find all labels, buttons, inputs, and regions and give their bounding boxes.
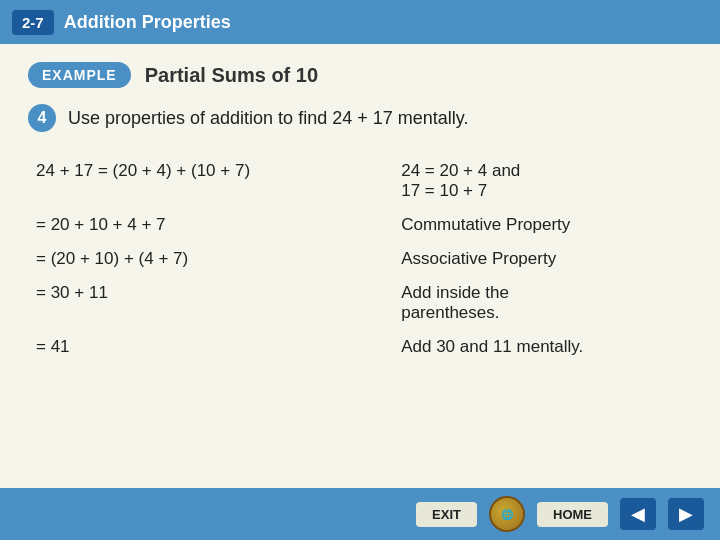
forward-button[interactable]: ▶ (668, 498, 704, 530)
table-row: = 41Add 30 and 11 mentally. (36, 330, 700, 364)
problem-text: Use properties of addition to find 24 + … (68, 108, 468, 129)
step-expression: 24 + 17 = (20 + 4) + (10 + 7) (36, 154, 401, 208)
top-bar: 2-7 Addition Properties (0, 0, 720, 44)
step-note: Associative Property (401, 242, 700, 276)
top-bar-title: Addition Properties (64, 12, 231, 33)
example-badge: EXAMPLE (28, 62, 131, 88)
example-title: Partial Sums of 10 (145, 64, 318, 87)
main-content: EXAMPLE Partial Sums of 10 4 Use propert… (0, 44, 720, 488)
example-section: EXAMPLE Partial Sums of 10 (28, 62, 692, 88)
problem-statement: 4 Use properties of addition to find 24 … (28, 104, 692, 132)
step-note: Add 30 and 11 mentally. (401, 330, 700, 364)
step-expression: = 20 + 10 + 4 + 7 (36, 208, 401, 242)
step-expression: = (20 + 10) + (4 + 7) (36, 242, 401, 276)
lesson-badge: 2-7 (12, 10, 54, 35)
step-note: Commutative Property (401, 208, 700, 242)
globe-icon: 🌐 (489, 496, 525, 532)
step-note: 24 = 20 + 4 and17 = 10 + 7 (401, 154, 700, 208)
table-row: = (20 + 10) + (4 + 7)Associative Propert… (36, 242, 700, 276)
step-expression: = 30 + 11 (36, 276, 401, 330)
home-button[interactable]: HOME (537, 502, 608, 527)
table-row: = 20 + 10 + 4 + 7Commutative Property (36, 208, 700, 242)
step-expression: = 41 (36, 330, 401, 364)
exit-button[interactable]: EXIT (416, 502, 477, 527)
step-note: Add inside theparentheses. (401, 276, 700, 330)
bottom-bar: EXIT 🌐 HOME ◀ ▶ (0, 488, 720, 540)
problem-number: 4 (28, 104, 56, 132)
back-button[interactable]: ◀ (620, 498, 656, 530)
steps-table: 24 + 17 = (20 + 4) + (10 + 7)24 = 20 + 4… (36, 154, 700, 364)
table-row: = 30 + 11Add inside theparentheses. (36, 276, 700, 330)
table-row: 24 + 17 = (20 + 4) + (10 + 7)24 = 20 + 4… (36, 154, 700, 208)
